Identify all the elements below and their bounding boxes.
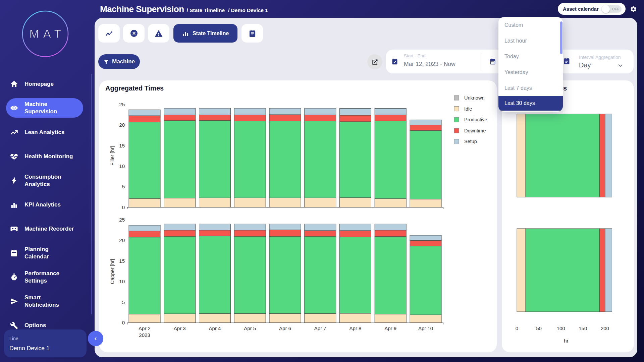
svg-text:Apr 5: Apr 5 xyxy=(244,325,256,331)
svg-text:Apr 8: Apr 8 xyxy=(350,325,362,331)
svg-text:Setup: Setup xyxy=(464,139,477,144)
svg-text:100: 100 xyxy=(557,325,565,331)
svg-text:Productive: Productive xyxy=(464,117,487,122)
svg-text:15: 15 xyxy=(119,143,125,148)
svg-text:10: 10 xyxy=(119,163,125,169)
svg-text:Filler [hr]: Filler [hr] xyxy=(109,146,115,166)
svg-text:20: 20 xyxy=(119,237,125,243)
svg-text:2023: 2023 xyxy=(139,332,150,338)
svg-text:50: 50 xyxy=(536,325,542,331)
svg-text:Unknown: Unknown xyxy=(464,95,484,101)
svg-text:5: 5 xyxy=(122,184,125,189)
svg-text:0: 0 xyxy=(122,320,125,325)
svg-text:Apr 2: Apr 2 xyxy=(139,325,151,331)
svg-text:5: 5 xyxy=(122,299,125,305)
svg-text:150: 150 xyxy=(579,325,587,331)
svg-text:200: 200 xyxy=(601,325,609,331)
svg-text:hr: hr xyxy=(564,338,568,344)
svg-text:15: 15 xyxy=(119,258,125,264)
svg-text:Capper [hr]: Capper [hr] xyxy=(109,259,115,284)
svg-text:Apr 4: Apr 4 xyxy=(209,325,221,331)
svg-text:Apr 7: Apr 7 xyxy=(314,325,326,331)
svg-text:Downtime: Downtime xyxy=(464,128,486,133)
svg-text:10: 10 xyxy=(119,279,125,284)
svg-text:25: 25 xyxy=(119,102,125,107)
svg-text:Apr 9: Apr 9 xyxy=(384,325,396,331)
svg-text:25: 25 xyxy=(119,217,125,223)
svg-text:0: 0 xyxy=(122,204,125,210)
svg-text:Apr 6: Apr 6 xyxy=(279,325,291,331)
svg-text:Idle: Idle xyxy=(464,106,472,112)
svg-text:0: 0 xyxy=(516,325,518,331)
svg-text:20: 20 xyxy=(119,122,125,128)
svg-text:Apr 10: Apr 10 xyxy=(418,325,433,331)
svg-text:Apr 3: Apr 3 xyxy=(174,325,186,331)
